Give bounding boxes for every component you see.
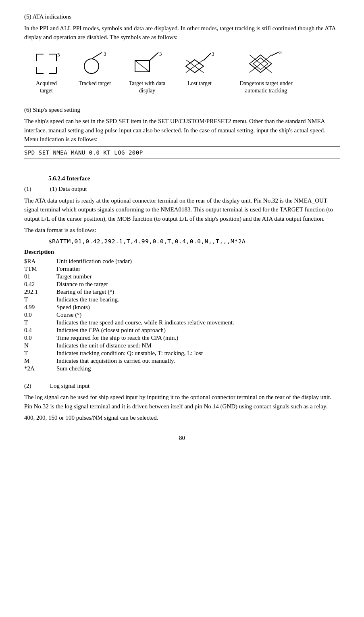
desc-text-8: Indicates the true speed and course, whi… [56,319,340,326]
data-output-title: (1) (1) Data output [24,184,340,194]
data-output-text1: The ATA data output is ready at the opti… [24,196,340,224]
desc-code-7: 0.0 [24,312,56,318]
desc-code-11: N [24,342,56,349]
desc-row-0: $RAUnit identification code (radar) [24,258,340,265]
desc-code-14: *2A [24,365,56,372]
section5-title: (5) ATA indications [24,12,340,21]
acquired-target-label: Acquiredtarget [36,80,57,94]
tracked-target-symbol: 3 Tracked target [69,49,121,87]
desc-code-4: 292.1 [24,289,56,295]
desc-row-9: 0.4Indicates the CPA (closest point of a… [24,327,340,334]
tracked-target-label: Tracked target [79,80,111,87]
dangerous-target-graphic: 3 [246,49,286,77]
tracked-target-graphic: 3 [79,49,111,77]
divider-bottom [24,159,340,159]
symbols-row: 3 Acquiredtarget 3 Tracked target [24,49,340,94]
desc-row-14: *2ASum checking [24,365,340,372]
svg-point-9 [84,59,99,73]
log-signal-text1: The log signal can be used for ship spee… [24,393,340,411]
desc-text-13: Indicates that acquisition is carried ou… [56,358,340,364]
section6-text: The ship's speed can be set in the SPD S… [24,117,340,144]
desc-code-3: 0.42 [24,281,56,288]
desc-row-11: NIndicates the unit of distance used: NM [24,342,340,349]
data-output-heading: (1) Data output [50,186,87,192]
data-output-num: (1) [24,184,48,194]
desc-text-14: Sum checking [56,365,340,372]
subsection-title: 5.6.2.4 Interface [48,174,340,183]
desc-code-12: T [24,350,56,357]
desc-row-13: MIndicates that acquisition is carried o… [24,358,340,364]
svg-text:3: 3 [279,50,282,55]
lost-target-graphic: 3 [183,49,216,77]
desc-code-10: 0.0 [24,335,56,341]
description-header: Description [24,249,340,255]
description-rows: $RAUnit identification code (radar)TTMFo… [24,258,340,372]
desc-row-7: 0.0Course (°) [24,312,340,318]
desc-text-3: Distance to the target [56,281,340,288]
log-signal-title-para: (2) Log signal input [24,381,340,391]
desc-text-1: Formatter [56,266,340,272]
desc-text-12: Indicates tracking condition: Q: unstabl… [56,350,340,357]
desc-row-4: 292.1Bearing of the target (°) [24,289,340,295]
desc-text-6: Speed (knots) [56,304,340,311]
lost-target-symbol: 3 Lost target [173,49,226,87]
desc-code-0: $RA [24,258,56,265]
log-signal-text2: 400, 200, 150 or 100 pulses/NM signal ca… [24,413,340,422]
desc-text-4: Bearing of the target (°) [56,289,340,295]
desc-code-5: T [24,296,56,303]
desc-code-1: TTM [24,266,56,272]
desc-text-11: Indicates the unit of distance used: NM [56,342,340,349]
desc-code-13: M [24,358,56,364]
description-table: Description [24,249,340,255]
acquired-target-graphic: 3 [30,49,62,77]
dangerous-target-symbol: 3 Dangerous target underautomatic tracki… [226,49,306,94]
description-label: Description [24,249,56,255]
desc-text-10: Time required for the ship to reach the … [56,335,340,341]
desc-code-9: 0.4 [24,327,56,334]
svg-text:3: 3 [57,52,60,58]
target-with-data-symbol: 3 Target with datadisplay [121,49,173,94]
svg-text:3: 3 [159,51,162,57]
divider-top [24,146,340,147]
target-with-data-graphic: 3 [131,49,163,77]
svg-line-14 [150,52,158,61]
desc-code-2: 01 [24,273,56,280]
svg-line-19 [204,53,211,61]
svg-line-13 [135,61,150,72]
data-format-intro: The data format is as follows: [24,226,340,235]
section6-title: (6) Ship's speed setting [24,105,340,115]
desc-row-3: 0.42Distance to the target [24,281,340,288]
desc-row-1: TTMFormatter [24,266,340,272]
acquired-target-symbol: 3 Acquiredtarget [24,49,69,94]
desc-code-8: T [24,319,56,326]
log-signal-num: (2) [24,381,48,391]
target-with-data-label: Target with datadisplay [129,80,166,94]
desc-row-5: TIndicates the true bearing. [24,296,340,303]
desc-code-6: 4.99 [24,304,56,311]
svg-text:3: 3 [104,51,106,57]
desc-text-7: Course (°) [56,312,340,318]
svg-line-10 [92,52,102,59]
svg-line-25 [272,52,279,55]
dangerous-target-label: Dangerous target underautomatic tracking [239,80,292,94]
log-signal-heading: Log signal input [50,383,89,389]
svg-text:3: 3 [212,51,214,57]
desc-row-6: 4.99Speed (knots) [24,304,340,311]
desc-text-5: Indicates the true bearing. [56,296,340,303]
section5-intro: In the PPI and ALL PPI modes, symbols an… [24,24,340,42]
data-format: $RATTM,01,0.42,292.1,T,4.99,0.0,T,0.4,0.… [48,237,340,246]
desc-text-2: Target number [56,273,340,280]
desc-row-8: TIndicates the true speed and course, wh… [24,319,340,326]
desc-text-0: Unit identification code (radar) [56,258,340,265]
desc-row-10: 0.0Time required for the ship to reach t… [24,335,340,341]
desc-row-12: TIndicates tracking condition: Q: unstab… [24,350,340,357]
page-number: 80 [24,435,340,441]
desc-row-2: 01Target number [24,273,340,280]
lost-target-label: Lost target [187,80,212,87]
spd-set-line: SPD SET NMEA MANU 0.0 KT LOG 200P [24,148,340,157]
desc-text-9: Indicates the CPA (closest point of appr… [56,327,340,334]
